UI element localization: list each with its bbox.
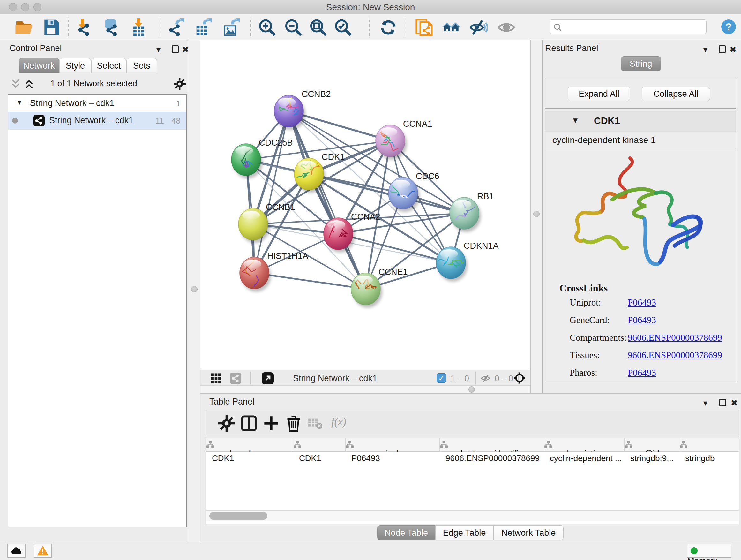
add-column-icon[interactable]: [263, 415, 280, 432]
network-options-gear-icon[interactable]: [174, 78, 186, 90]
zoom-fit-icon[interactable]: [309, 18, 327, 37]
right-splitter[interactable]: [530, 40, 542, 393]
node-label: RB1: [477, 192, 494, 201]
left-splitter[interactable]: [188, 40, 200, 542]
cloud-button[interactable]: [7, 544, 26, 558]
search-input[interactable]: [565, 20, 702, 33]
grid-view-icon[interactable]: [211, 373, 221, 384]
crosslinks-heading: CrossLinks: [559, 283, 608, 294]
results-panel-menu-icon[interactable]: ▾: [703, 45, 708, 55]
import-network-file-icon[interactable]: [74, 18, 92, 37]
results-panel-float-icon[interactable]: [719, 45, 726, 55]
table-toolbar: f(x): [206, 410, 739, 436]
network-label: String Network – cdk1: [49, 116, 133, 125]
collapse-all-button[interactable]: Collapse All: [642, 86, 710, 101]
memory-button[interactable]: Memory: [687, 544, 731, 558]
genecard-link[interactable]: P06493: [628, 315, 656, 325]
scrollbar-thumb[interactable]: [209, 512, 267, 520]
collection-expand-icon[interactable]: ▼: [16, 98, 23, 107]
network-view-title: String Network – cdk1: [293, 374, 377, 383]
import-table-file-icon[interactable]: [130, 18, 148, 37]
toolbar-separator: [68, 17, 69, 37]
table-options-gear-icon[interactable]: [218, 415, 235, 432]
crosslink-row: Compartments: 9606.ENSP00000378699: [569, 332, 627, 343]
zoom-out-icon[interactable]: [284, 18, 302, 37]
tab-network[interactable]: Network: [18, 58, 59, 73]
column-header[interactable]: canonical name: [346, 438, 440, 452]
window-title: Session: New Session: [0, 2, 741, 12]
tab-string[interactable]: String: [621, 56, 661, 71]
node-label: CCNB1: [266, 202, 295, 212]
search-input-wrap: [549, 19, 706, 34]
zoom-in-icon[interactable]: [258, 18, 276, 37]
crosslink-row: Pharos: P06493: [569, 368, 597, 378]
table-panel-close-icon[interactable]: ✖: [731, 398, 738, 408]
string-network-badge-icon: [33, 115, 45, 126]
share-view-icon[interactable]: [230, 373, 241, 384]
protein-name: CDK1: [594, 115, 620, 126]
network-selection-status: 1 of 1 Network selected: [0, 78, 188, 88]
node-label: CCNA2: [351, 212, 381, 222]
open-session-icon[interactable]: [15, 18, 33, 37]
save-session-icon[interactable]: [42, 18, 61, 37]
homes-icon[interactable]: [442, 18, 461, 37]
warning-button[interactable]: [33, 544, 52, 558]
tab-sets[interactable]: Sets: [126, 58, 157, 73]
compartments-link[interactable]: 9606.ENSP00000378699: [628, 332, 722, 343]
network-row[interactable]: String Network – cdk1 11 48: [8, 112, 186, 130]
network-status-dot-icon: [12, 118, 18, 124]
column-header[interactable]: description: [544, 438, 624, 452]
tab-node-table[interactable]: Node Table: [377, 525, 435, 540]
table-panel-menu-icon[interactable]: ▾: [703, 398, 708, 408]
column-header[interactable]: shared name: [206, 438, 293, 452]
toolbar-separator: [159, 17, 160, 37]
network-view-toolbar: String Network – cdk1 ✓ 1 – 0 0 – 0: [200, 370, 530, 385]
horizontal-splitter[interactable]: [200, 385, 530, 393]
hidden-count: 0 – 0: [495, 374, 513, 383]
export-table-icon[interactable]: [193, 18, 212, 37]
table-panel-float-icon[interactable]: [719, 399, 726, 409]
hide-selected-eye-icon[interactable]: [469, 18, 488, 37]
export-network-icon[interactable]: [166, 18, 185, 37]
share-document-icon[interactable]: [415, 18, 433, 37]
table-row[interactable]: CDK1 CDK1 P06493 9606.ENSP00000378699 cy…: [206, 452, 739, 464]
import-network-database-icon[interactable]: [102, 18, 120, 37]
expand-all-button[interactable]: Expand All: [568, 86, 630, 101]
refresh-icon[interactable]: [379, 18, 398, 37]
column-header[interactable]: namespac: [679, 438, 738, 452]
tab-style[interactable]: Style: [59, 58, 91, 73]
uniprot-link[interactable]: P06493: [628, 297, 656, 308]
tissues-link[interactable]: 9606.ENSP00000378699: [628, 350, 722, 361]
birdseye-crosshair-icon[interactable]: [513, 372, 526, 384]
protein-header[interactable]: ▼ CDK1: [545, 111, 736, 132]
tab-network-table[interactable]: Network Table: [493, 525, 563, 540]
network-collection-row[interactable]: ▼ String Network – cdk1 1: [8, 96, 186, 112]
show-all-eye-icon[interactable]: [497, 18, 516, 37]
protein-structure-image: [564, 152, 711, 279]
node-label: CCNE1: [379, 267, 408, 277]
collection-count: 1: [176, 99, 181, 109]
control-panel-menu-icon[interactable]: ▾: [156, 45, 160, 55]
toolbar-separator: [369, 17, 370, 37]
show-columns-icon[interactable]: [241, 415, 257, 432]
tab-select[interactable]: Select: [91, 58, 126, 73]
column-header[interactable]: database identifier: [440, 438, 544, 452]
control-panel-float-icon[interactable]: [172, 45, 179, 55]
export-image-icon[interactable]: [221, 18, 240, 37]
delete-column-icon[interactable]: [285, 415, 302, 432]
help-icon[interactable]: ?: [721, 19, 737, 35]
results-panel-title: Results Panel: [545, 44, 598, 53]
column-header[interactable]: @id: [624, 438, 679, 452]
open-in-window-icon[interactable]: [262, 372, 274, 384]
selected-nodes-checkbox-icon[interactable]: ✓: [436, 373, 446, 383]
zoom-selected-icon[interactable]: [334, 18, 352, 37]
results-panel-close-icon[interactable]: ✖: [730, 45, 737, 55]
selected-count: 1 – 0: [451, 374, 469, 383]
protein-collapse-icon[interactable]: ▼: [571, 116, 579, 125]
network-canvas[interactable]: CCNB2CCNA1CDC25BCDK1CDC6RB1CCNB1CCNA2CDK…: [200, 40, 530, 370]
column-header[interactable]: name: [293, 438, 346, 452]
tab-edge-table[interactable]: Edge Table: [435, 525, 493, 540]
pharos-link[interactable]: P06493: [628, 368, 656, 378]
node-label: CDC25B: [259, 138, 293, 147]
table-horizontal-scrollbar[interactable]: [206, 510, 739, 521]
